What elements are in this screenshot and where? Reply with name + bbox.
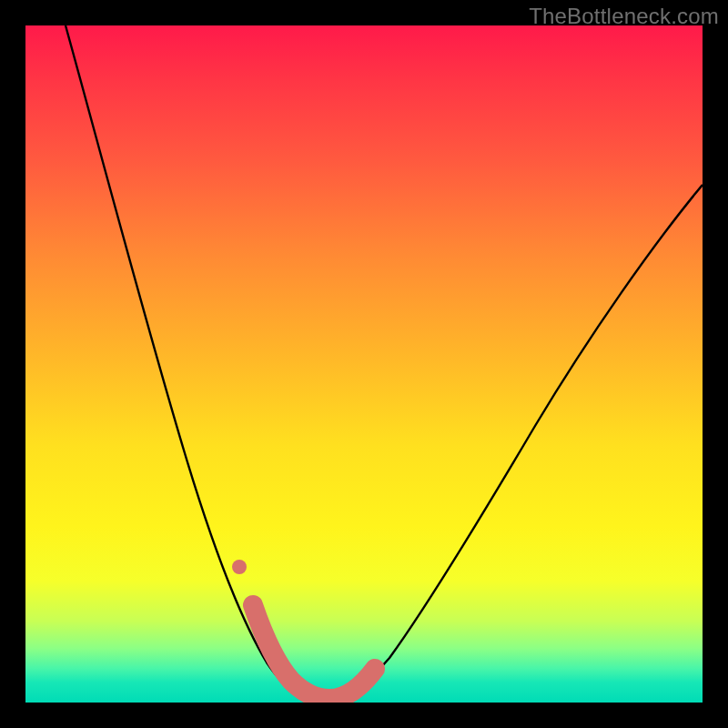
watermark-text: TheBottleneck.com [529,4,719,29]
curve-layer [25,25,703,703]
chart-frame: TheBottleneck.com [0,0,728,728]
marker-dot [232,560,247,574]
marker-band [253,605,375,699]
plot-area [25,25,703,703]
bottleneck-curve [66,25,703,699]
